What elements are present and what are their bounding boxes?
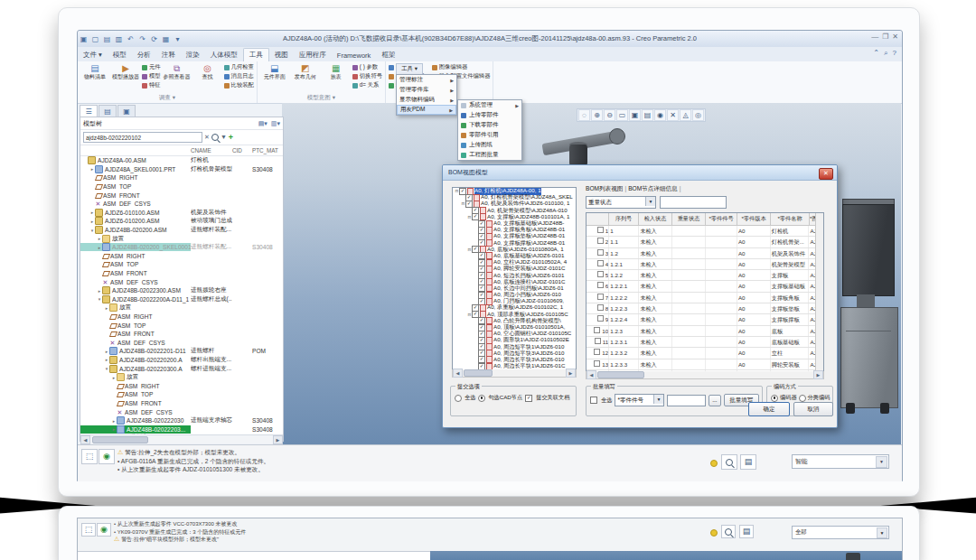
accessibility-sphere-icon[interactable]: ◉ <box>99 449 115 464</box>
ribbon-button-参照查看器[interactable]: ⧉参照查看器 <box>163 62 192 80</box>
ribbon-tab-7[interactable]: 工具 <box>243 48 269 61</box>
table-column-序列号[interactable]: 序列号 <box>609 213 639 225</box>
dialog-close-button[interactable]: ✕ <box>819 168 833 180</box>
ribbon-button-元件界面[interactable]: ⬓元件界面 <box>260 62 289 80</box>
tree-row[interactable]: ASM_TOP <box>80 260 283 269</box>
submenu-item-零部件引用[interactable]: 零部件引用 <box>458 130 521 140</box>
row-checkbox[interactable] <box>597 304 604 311</box>
display-style-icon[interactable]: ▣ <box>629 109 641 121</box>
accessibility-sphere-icon[interactable]: ◉ <box>97 523 111 537</box>
tree-row[interactable]: ✕ASM_DEF_CSYS <box>80 338 283 347</box>
ribbon-button-族表[interactable]: ▦族表 <box>322 62 351 80</box>
table-row[interactable]: 71.2.2.2未检入A0支撑板角板AJDZ4 <box>587 293 823 303</box>
ribbon-group-label[interactable]: 模型意图 ▾ <box>258 94 385 103</box>
refit-icon[interactable]: ◌ <box>578 109 590 121</box>
repaint-icon[interactable]: ▭ <box>616 109 628 121</box>
ribbon-small-几何检查[interactable]: 几何检查 <box>224 63 254 71</box>
batch-field-dropdown[interactable]: *零件件号▼ <box>615 394 664 406</box>
view-manager-icon[interactable]: ◉ <box>654 109 666 121</box>
ribbon-tab-5[interactable]: 渲染 <box>181 49 205 61</box>
selection-filter-combo[interactable]: 全部 ▼ <box>792 526 889 539</box>
submenu-item-工程图批量[interactable]: 工程图批量 <box>458 150 521 160</box>
table-column-检入状态[interactable]: 检入状态 <box>639 213 672 225</box>
tree-row[interactable]: ASM_FRONT <box>80 269 283 278</box>
table-row[interactable]: 131.2.3.3未检入A0脚轮安装板AJDZ-0 <box>587 359 823 370</box>
dialog-tree-hscrollbar[interactable]: ◀ ▶ <box>452 369 577 378</box>
ribbon-small-( ) 参数[interactable]: ( ) 参数 <box>352 63 382 71</box>
table-row[interactable]: 91.2.2.4未检入A0支撑板撑板AJDZ4 <box>587 314 823 325</box>
ribbon-small-d= 关系[interactable]: d= 关系 <box>352 81 382 89</box>
tree-filter-icon[interactable]: ▼ <box>221 133 227 142</box>
dropdown-caret-icon[interactable]: ▼ <box>645 197 655 206</box>
tree-row[interactable]: ▸放置 <box>80 234 283 243</box>
ribbon-tab-9[interactable]: 应用程序 <box>294 49 332 61</box>
model-tree-tab[interactable]: ☰ <box>80 105 98 117</box>
tree-row[interactable]: ASM_RIGHT <box>80 173 283 182</box>
scroll-right-icon[interactable]: ▶ <box>813 370 823 379</box>
table-column-重量状态[interactable]: 重量状态 <box>672 213 706 225</box>
column-cname[interactable]: CNAME <box>191 147 232 154</box>
table-vscrollbar[interactable] <box>815 213 823 372</box>
ribbon-tab-8[interactable]: 视图 <box>269 49 294 61</box>
tree-row[interactable]: ASM_TOP <box>80 390 283 399</box>
cancel-button[interactable]: 取消 <box>793 402 833 416</box>
minimize-ribbon-icon[interactable]: ⌃ <box>873 49 879 58</box>
table-row[interactable]: 31.2未检入A0机架及装饰件AJDZ6- <box>587 248 823 259</box>
tree-row[interactable]: ▸AJDZ6-010100.ASM机架及装饰件 <box>80 209 283 218</box>
help-icon[interactable]: ? <box>893 49 896 58</box>
tree-row[interactable]: AJDZ48A-00.ASM灯检机 <box>80 156 283 165</box>
row-checkbox[interactable] <box>597 249 604 256</box>
tree-row[interactable]: ▸AJDZ6-010200.ASM被动玻璃门总成 <box>80 217 283 226</box>
ribbon-tab-11[interactable]: 框架 <box>376 49 400 61</box>
ribbon-tab-3[interactable]: 分析 <box>132 49 156 61</box>
table-row[interactable]: 101.2.3未检入A0底板AJDZ6- <box>587 326 823 337</box>
ribbon-small-切换符号[interactable]: 切换符号 <box>352 72 382 80</box>
favorites-tab[interactable]: ▣ <box>117 105 136 117</box>
tree-row[interactable]: ASM_FRONT <box>80 191 283 200</box>
tree-settings-icon[interactable]: ▤▾ <box>258 120 267 127</box>
annotation-display-icon[interactable]: ◬ <box>680 109 691 121</box>
submenu-item-下载零部件[interactable]: 下载零部件 <box>458 120 521 130</box>
table-hscrollbar[interactable]: ◀ ▶ <box>586 371 824 379</box>
tree-row[interactable]: ▸AJDZ48A_SKEL0001.PRT灯检机骨架模型S30408 <box>80 165 283 174</box>
zoom-in-icon[interactable]: ⊕ <box>591 109 603 121</box>
column-ptc-mat[interactable]: PTC_MAT <box>252 147 283 154</box>
table-row[interactable]: 11未检入A0灯检机AJDZ4 <box>587 226 823 237</box>
submenu-item-上传图纸[interactable]: 上传图纸 <box>458 140 521 150</box>
tree-row[interactable]: ▸AJDZ48B-02022201-D11进瓶螺杆POM <box>80 347 283 356</box>
table-row[interactable]: 41.2.1未检入A0机架骨架模型AJDZ4 <box>587 259 823 270</box>
tree-row[interactable]: ASM_RIGHT <box>80 313 283 322</box>
table-column-*零件版本[interactable]: *零件版本 <box>737 213 771 225</box>
ribbon-small-消息日志[interactable]: 消息日志 <box>224 72 254 80</box>
table-row[interactable]: 81.2.2.3未检入A0支撑板垫板AJDZ4 <box>587 303 823 314</box>
tree-row[interactable]: ✕ASM_DEF_CSYS <box>80 407 283 416</box>
row-checkbox[interactable] <box>597 271 604 277</box>
scroll-right-icon[interactable]: ▶ <box>566 369 576 378</box>
column-cid[interactable]: CID <box>232 147 252 154</box>
table-row[interactable]: 61.2.2.1未检入A0支撑板基础板AJDZ4 <box>587 281 823 292</box>
close-button[interactable]: ✕ <box>892 33 898 41</box>
radio-encoder[interactable] <box>771 395 778 402</box>
row-checkbox[interactable] <box>597 238 604 244</box>
ok-button[interactable]: 确定 <box>748 402 790 416</box>
scroll-left-icon[interactable]: ◀ <box>453 369 463 378</box>
scroll-thumb[interactable] <box>464 369 493 377</box>
tree-show-icon[interactable]: ▥▾ <box>271 120 280 127</box>
tree-row[interactable]: ASM_TOP <box>80 182 283 191</box>
ribbon-small-模型[interactable]: 模型 <box>142 72 161 80</box>
tree-add-icon[interactable]: + <box>229 133 233 142</box>
check-batch-all[interactable] <box>590 397 597 404</box>
tree-row[interactable]: ▸放置 <box>80 303 283 313</box>
tree-row[interactable]: ▾AJDZ48B-020220300.A螺杆进瓶端支... <box>80 364 283 373</box>
tree-row[interactable]: ✕ASM_DEF_CSYS <box>80 200 283 209</box>
radio-select-all[interactable] <box>455 395 462 402</box>
ribbon-tab-10[interactable]: Framework <box>332 50 377 61</box>
tree-row[interactable]: ASM_FRONT <box>80 399 283 408</box>
combo-caret-icon[interactable]: ▼ <box>876 456 887 468</box>
clear-search-icon[interactable]: ✕ <box>204 133 210 142</box>
ribbon-tab-2[interactable]: 模型 <box>108 49 132 61</box>
row-checkbox[interactable] <box>597 294 604 300</box>
ribbon-tab-1[interactable]: 文件 ▾ <box>78 49 108 61</box>
batch-value-input[interactable] <box>667 395 706 406</box>
select-items-icon[interactable]: ⬚ <box>81 449 98 464</box>
